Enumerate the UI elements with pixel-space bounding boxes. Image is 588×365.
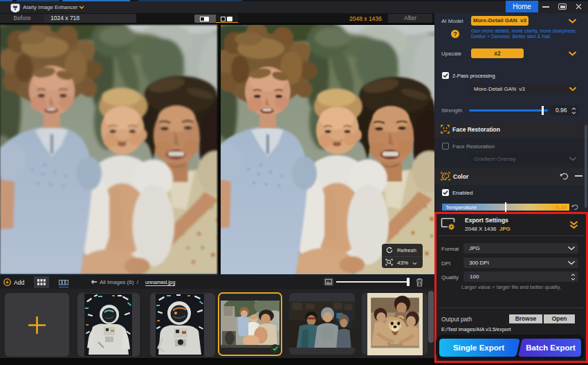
svg-text:Single Export: Single Export (453, 344, 504, 352)
svg-text:Batch Export: Batch Export (526, 344, 576, 352)
